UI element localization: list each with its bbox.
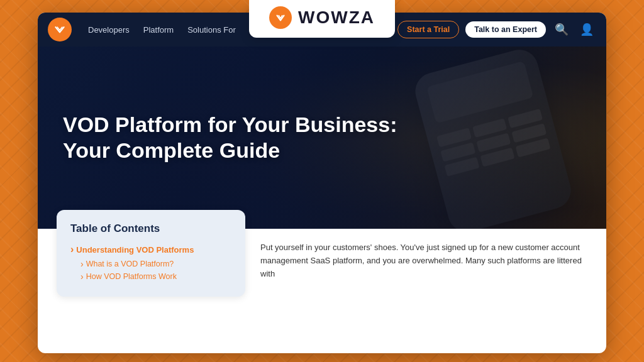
nav-solutions-for[interactable]: Solutions For	[181, 21, 242, 38]
talk-to-expert-button[interactable]: Talk to an Expert	[465, 21, 546, 38]
hero-content: VOD Platform for Your Business: Your Com…	[38, 47, 606, 229]
article-content: Put yourself in your customers' shoes. Y…	[245, 229, 606, 342]
search-icon[interactable]: 🔍	[552, 20, 571, 39]
content-area: Table of Contents Understanding VOD Plat…	[38, 229, 606, 342]
article-intro: Put yourself in your customers' shoes. Y…	[260, 241, 587, 280]
toc-heading: Table of Contents	[70, 222, 231, 235]
toc-item-understanding-vod[interactable]: Understanding VOD Platforms	[70, 244, 231, 255]
hero-section: VOD Platform for Your Business: Your Com…	[38, 47, 606, 229]
toc-sub-how-vod-works[interactable]: How VOD Platforms Work	[80, 272, 231, 282]
browser-window: Developers Platform Solutions For How To…	[38, 13, 606, 353]
logo-icon	[269, 6, 292, 29]
nav-developers[interactable]: Developers	[82, 21, 136, 38]
nav-actions: Start a Trial Talk to an Expert 🔍 👤	[397, 20, 596, 39]
toc-sub-what-is-vod[interactable]: What is a VOD Platform?	[80, 259, 231, 269]
start-trial-button[interactable]: Start a Trial	[397, 21, 459, 38]
logo-bar: WOWZA	[249, 0, 395, 38]
table-of-contents: Table of Contents Understanding VOD Plat…	[57, 210, 245, 297]
toc-subitems: What is a VOD Platform? How VOD Platform…	[80, 259, 231, 282]
nav-logo[interactable]	[48, 18, 72, 41]
hero-title: VOD Platform for Your Business: Your Com…	[63, 112, 415, 163]
brand-name: WOWZA	[298, 8, 375, 28]
user-icon[interactable]: 👤	[577, 20, 596, 39]
nav-platform[interactable]: Platform	[137, 21, 180, 38]
